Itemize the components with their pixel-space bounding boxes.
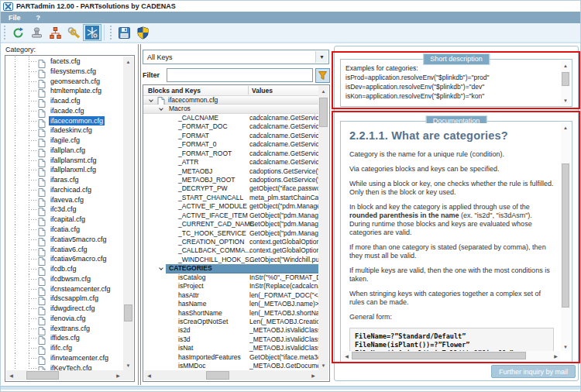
scroll-down-arrow-icon[interactable]: ▼ <box>318 360 328 370</box>
table-row[interactable]: _METAOBJcadoptions.GetService("iface <box>143 167 319 176</box>
table-row[interactable]: hasImportedFeaturesGetObject("iface.meta… <box>143 353 319 362</box>
tree-item[interactable]: ififc.cfg <box>6 343 123 353</box>
table-row[interactable]: isMMDoc_METAOBJ.GetDocumentPre <box>143 362 319 370</box>
table-row[interactable]: _DECRYPT_PWgetObject("iface.passwordSe <box>143 184 319 193</box>
scroll-up-arrow-icon[interactable]: ▲ <box>123 57 133 67</box>
chevron-down-icon[interactable]: ▼ <box>315 51 328 63</box>
admin-shield-button[interactable] <box>133 24 152 41</box>
tree-hscroll-thumb[interactable] <box>26 371 59 380</box>
tree-item[interactable]: ifacecommon.cfg <box>6 116 123 126</box>
tree-item[interactable]: ifenovia.cfg <box>6 314 123 324</box>
scroll-down-arrow-icon[interactable]: ▼ <box>123 360 133 370</box>
table-row[interactable]: _ATTRcadcalcname.GetService("ifa <box>143 158 319 167</box>
scroll-left-arrow-icon[interactable]: ◀ <box>342 351 351 360</box>
tree-item[interactable]: ifacad.cfg <box>6 96 123 106</box>
doc-hscroll-thumb[interactable] <box>352 352 526 359</box>
tree-item[interactable]: ifinvteamcenter.cfg <box>6 353 123 363</box>
keys-button[interactable] <box>64 24 83 41</box>
sd-vscroll-thumb[interactable] <box>562 72 569 86</box>
tree-item[interactable]: ifcdb.cfg <box>6 264 123 274</box>
tree-item[interactable]: ifexttrans.cfg <box>6 324 123 334</box>
column-divider[interactable] <box>248 86 249 95</box>
tree-item[interactable]: ifadeskinv.cfg <box>6 126 123 136</box>
table-vscroll-thumb[interactable] <box>319 98 328 127</box>
scroll-left-arrow-icon[interactable]: ◀ <box>144 370 154 380</box>
table-row[interactable]: is3d_METAOBJ.isValidClass("PAR <box>143 335 319 344</box>
tree-item[interactable]: facets.cfg <box>6 57 123 67</box>
menu-file[interactable]: File <box>9 14 21 22</box>
table-row[interactable]: is2d_METAOBJ.isValidClass("FIGU <box>143 326 319 335</box>
table-row[interactable]: _CALLBACK_COMMA...context.getGlobalOptio… <box>143 246 319 255</box>
table-row[interactable]: ifacecommon.cfg <box>143 96 319 105</box>
table-row[interactable]: _FORMAT_0cadcalcname.GetService("ifa <box>143 140 319 149</box>
table-row[interactable]: _START_CHAINCALLmeta_plm.startChainCall(… <box>143 194 319 202</box>
settings-active-button[interactable] <box>83 24 101 41</box>
tree-item[interactable]: ifcatiav6.cfg <box>6 245 123 255</box>
column-values[interactable]: Values <box>252 87 273 95</box>
tree-item[interactable]: iffides.cfg <box>6 333 123 343</box>
tree-item[interactable]: ifacade.cfg <box>6 106 123 116</box>
table-row[interactable]: hasNamelen(_METAOBJ.name)>0 <box>143 300 319 308</box>
hierarchy-button[interactable] <box>46 24 64 41</box>
export-button[interactable] <box>27 24 46 41</box>
table-row[interactable]: _FORMAT_ROOTcadcalcname.GetService("ifa <box>143 150 319 158</box>
table-row[interactable]: _ACTIVE_IF_MODULEgetObject("pdm.ManagerS… <box>143 202 319 211</box>
table-row[interactable]: isCreaOptNotSetLen(_METAOBJ.CreationOpti <box>143 318 319 326</box>
table-row[interactable]: hasAttrlen(_FORMAT_DOC("<ATTR( <box>143 291 319 300</box>
doc-vscroll-thumb[interactable] <box>562 163 569 308</box>
filter-input[interactable] <box>167 68 313 82</box>
tree-item[interactable]: geomsearch.cfg <box>6 77 123 87</box>
scroll-right-arrow-icon[interactable]: ▶ <box>308 370 318 380</box>
tree-item[interactable]: ifdwgdirect.cfg <box>6 304 123 314</box>
documentation-horizontal-scrollbar[interactable]: ◀ ▶ <box>342 351 560 360</box>
scroll-up-arrow-icon[interactable]: ▲ <box>561 61 570 70</box>
tree-item[interactable]: ifallplan.cfg <box>6 146 123 156</box>
scroll-right-arrow-icon[interactable]: ▶ <box>113 370 123 380</box>
further-inquiry-mail-button[interactable]: Further inquiry by mail <box>491 365 576 378</box>
table-row[interactable]: _CURRENT_CAD_NAMEGetObject("pdm.ManagerS… <box>143 220 319 229</box>
table-row[interactable]: _WINDCHILL_HOOK_S...GetObject("Windchill… <box>143 256 319 264</box>
column-blocks-and-keys[interactable]: Blocks and Keys <box>148 87 201 95</box>
tree-item[interactable]: ifdscsapplm.cfg <box>6 294 123 304</box>
tree-item[interactable]: htmltemplate.cfg <box>6 86 123 96</box>
table-row[interactable]: _FORMAT_DOCcadcalcname.GetService("ifa <box>143 122 319 131</box>
scroll-down-arrow-icon[interactable]: ▼ <box>561 342 570 351</box>
table-row[interactable]: _METAOBJ_ROOTcadoptions.GetService("ifac… <box>143 176 319 184</box>
tree-item[interactable]: ifcnsteamcenter.cfg <box>6 284 123 294</box>
tree-item[interactable]: ifallplanxml.cfg <box>6 165 123 175</box>
table-horizontal-scrollbar[interactable]: ◀ ▶ <box>144 370 318 380</box>
table-row[interactable]: _CREATION_OPTIONcontext.getGlobalOption(… <box>143 238 319 246</box>
tree-vertical-scrollbar[interactable]: ▲ ▼ <box>123 57 133 370</box>
tree-item[interactable]: filesystems.cfg <box>6 67 123 77</box>
filter-button[interactable] <box>315 68 330 83</box>
table-row[interactable]: _ACTIVE_IFACE_ITEMGetObject("pdm.Manager… <box>143 211 319 220</box>
tree-item[interactable]: ifaveva.cfg <box>6 195 123 205</box>
save-button[interactable] <box>115 24 133 41</box>
table-hscroll-thumb[interactable] <box>206 371 229 380</box>
tree-item[interactable]: ifcatiav5macro.cfg <box>6 235 123 245</box>
tree-item[interactable]: ifaras.cfg <box>6 175 123 185</box>
tree-item[interactable]: ifagile.cfg <box>6 136 123 146</box>
table-vertical-scrollbar[interactable]: ▲ ▼ <box>318 86 328 370</box>
table-row[interactable]: _FORMATcadcalcname.GetService("ifa <box>143 132 319 140</box>
refresh-button[interactable] <box>9 24 27 41</box>
table-row[interactable]: _CALCNAMEcadcalcname.GetService("ifa <box>143 114 319 122</box>
short-description-scrollbar[interactable]: ▲ ▼ <box>561 61 570 105</box>
tree-item[interactable]: ifKeyTech.cfg <box>6 363 123 370</box>
table-row[interactable]: isProjectInStr(Replace(cadcalcname.G <box>143 282 319 291</box>
table-row[interactable]: Macros <box>143 105 319 113</box>
toolbar-drag-handle[interactable] <box>4 26 6 40</box>
keys-filter-dropdown[interactable]: All Keys ▼ <box>143 50 329 64</box>
scroll-up-arrow-icon[interactable]: ▲ <box>318 86 328 96</box>
scroll-right-arrow-icon[interactable]: ▶ <box>552 351 560 360</box>
table-row[interactable]: hasShortNamelen(_METAOBJ.shortName)> <box>143 309 319 318</box>
tree-item[interactable]: ifcapital.cfg <box>6 215 123 225</box>
table-row[interactable]: isCatalogInStr("%0",_FORMAT_DOC("< <box>143 273 319 282</box>
table-row[interactable]: _TC_HOOK_SERVICEGetObject("pdm.ManagerSe… <box>143 229 319 238</box>
tree-item[interactable]: ifc3d.cfg <box>6 205 123 215</box>
toolbar-drag-handle-2[interactable] <box>110 26 112 40</box>
table-row-selected[interactable]: CATEGORIES <box>143 264 319 273</box>
tree-vscroll-thumb[interactable] <box>124 304 132 322</box>
menu-help[interactable]: ? <box>36 14 41 22</box>
scroll-left-arrow-icon[interactable]: ◀ <box>6 370 16 380</box>
